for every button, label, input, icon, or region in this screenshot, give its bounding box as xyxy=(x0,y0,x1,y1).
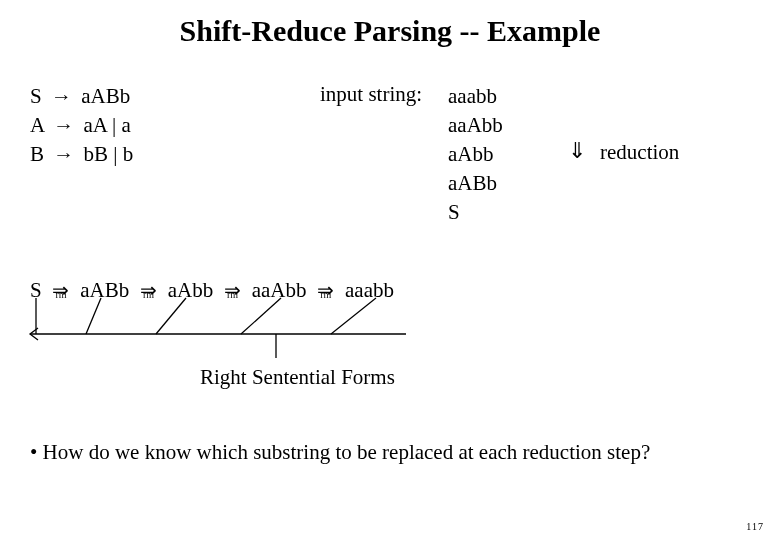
page-number: 117 xyxy=(746,521,764,532)
down-double-arrow-icon: ⇓ xyxy=(568,138,586,164)
grammar-block: S → aABb A → aA | a B → bB | b xyxy=(30,82,133,169)
slide: Shift-Reduce Parsing -- Example S → aABb… xyxy=(0,0,780,540)
reduction-sequence: aaabb aaAbb aAbb aABb S xyxy=(448,82,503,227)
reduction-step-2: aaAbb xyxy=(448,111,503,140)
page-title: Shift-Reduce Parsing -- Example xyxy=(0,14,780,48)
rule2-rhs: aA | a xyxy=(84,113,131,137)
rule3-lhs: B xyxy=(30,142,44,166)
production-arrow-icon: → xyxy=(49,142,78,166)
bullet-question: • How do we know which substring to be r… xyxy=(30,440,650,465)
reduction-step-3: aAbb xyxy=(448,140,503,169)
grammar-rule-3: B → bB | b xyxy=(30,140,133,169)
reduction-step-4: aABb xyxy=(448,169,503,198)
reduction-step-5: S xyxy=(448,198,503,227)
grammar-rule-2: A → aA | a xyxy=(30,111,133,140)
reduction-step-1: aaabb xyxy=(448,82,503,111)
rule2-lhs: A xyxy=(30,113,44,137)
svg-line-6 xyxy=(331,298,376,334)
production-arrow-icon: → xyxy=(49,113,78,137)
input-string-label: input string: xyxy=(320,82,422,107)
svg-line-4 xyxy=(156,298,186,334)
grammar-rule-1: S → aABb xyxy=(30,82,133,111)
production-arrow-icon: → xyxy=(47,84,76,108)
reduction-label: reduction xyxy=(600,140,679,165)
rule3-rhs: bB | b xyxy=(84,142,134,166)
svg-line-3 xyxy=(86,298,101,334)
rule1-rhs: aABb xyxy=(81,84,130,108)
brace-connector-icon xyxy=(26,298,446,360)
rule1-lhs: S xyxy=(30,84,42,108)
svg-line-5 xyxy=(241,298,281,334)
right-sentential-forms-label: Right Sentential Forms xyxy=(200,365,395,390)
